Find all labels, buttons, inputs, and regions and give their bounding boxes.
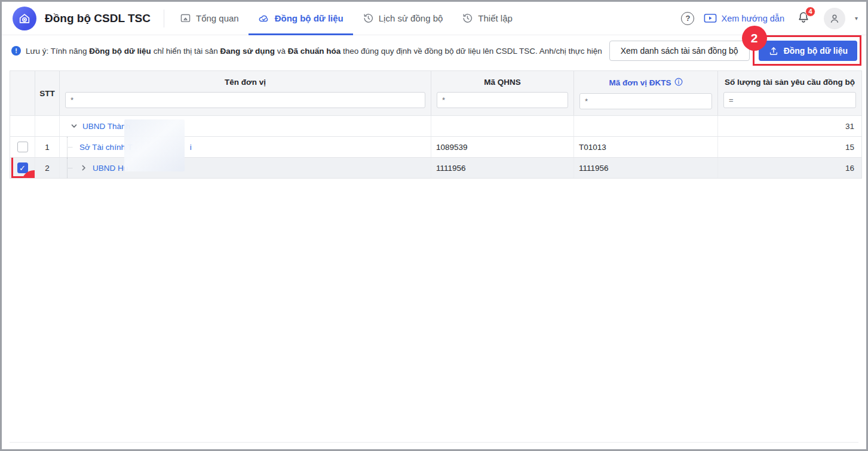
filter-ma-qhns[interactable] <box>437 92 568 108</box>
row-checkbox-cell <box>10 137 35 157</box>
chevron-right-icon[interactable] <box>80 164 87 171</box>
notice-segment: chỉ hiển thị tài sản <box>151 47 220 56</box>
row-name-cell: Sở Tài chính T i <box>60 137 431 157</box>
info-circle-icon[interactable] <box>674 78 683 88</box>
filter-ten-don-vi[interactable] <box>65 92 425 108</box>
header-ten-don-vi: Tên đơn vị <box>60 71 431 115</box>
history-icon <box>363 13 374 24</box>
notifications-button[interactable]: 4 <box>796 10 811 27</box>
tab-thiet-lap[interactable]: Thiết lập <box>452 2 522 35</box>
notice-text: Lưu ý: Tính năng Đồng bộ dữ liệu chỉ hiể… <box>26 47 602 56</box>
column-label-dkts: Mã đơn vị ĐKTS <box>609 78 682 88</box>
notice-segment-bold: Đang sử dụng <box>220 47 275 56</box>
sync-button-label: Đồng bộ dữ liệu <box>784 46 848 56</box>
row-stt: 2 <box>35 158 60 178</box>
row-dkts <box>574 116 718 136</box>
view-sync-assets-button[interactable]: Xem danh sách tài sản đồng bộ <box>609 41 750 61</box>
avatar[interactable] <box>824 8 845 29</box>
table-row[interactable]: 1 Sở Tài chính T i 1089539 T01013 15 <box>10 137 861 158</box>
row-name-cell: UBND Hu <box>60 158 431 178</box>
help-icon[interactable]: ? <box>681 12 694 25</box>
table-row-group[interactable]: UBND Thành 31 <box>10 116 861 137</box>
tab-dong-bo-du-lieu[interactable]: Đồng bộ dữ liệu <box>249 2 353 35</box>
sync-button-wrap: Đồng bộ dữ liệu 2 <box>759 41 857 61</box>
column-label: Tên đơn vị <box>225 78 266 87</box>
row-dkts: T01013 <box>574 137 718 157</box>
tab-label: Lịch sử đồng bộ <box>379 13 443 23</box>
guide-link[interactable]: Xem hướng dẫn <box>704 13 784 24</box>
table-header-row: STT Tên đơn vị Mã QHNS Mã đơn vị ĐKTS <box>10 71 861 116</box>
unit-name-suffix: i <box>190 143 192 152</box>
row-count: 15 <box>718 137 861 157</box>
units-table: STT Tên đơn vị Mã QHNS Mã đơn vị ĐKTS <box>10 70 862 179</box>
column-label: Số lượng tài sản yêu cầu đồng bộ <box>725 78 855 87</box>
notice: ! Lưu ý: Tính năng Đồng bộ dữ liệu chỉ h… <box>11 46 602 56</box>
filter-ma-don-vi-dkts[interactable] <box>579 93 712 109</box>
row-qhns <box>431 116 574 136</box>
info-icon: ! <box>11 46 21 56</box>
row-checkbox-checked[interactable]: ✓ <box>17 162 28 173</box>
notice-segment: theo đúng quy định về đồng bộ dữ liệu lê… <box>341 47 602 56</box>
tab-label: Thiết lập <box>478 13 513 23</box>
row-name-cell: UBND Thành <box>60 116 431 136</box>
header-so-luong: Số lượng tài sản yêu cầu đồng bộ <box>718 71 861 115</box>
notification-badge: 4 <box>805 7 815 17</box>
header-ma-don-vi-dkts: Mã đơn vị ĐKTS <box>574 71 718 115</box>
table-row-selected[interactable]: ✓ 1 2 UBND Hu 1111956 1111956 16 <box>10 158 861 179</box>
chevron-down-icon[interactable] <box>70 122 78 130</box>
tab-tong-quan[interactable]: Tổng quan <box>170 2 249 35</box>
page-title: Đồng bộ CSDL TSC <box>45 12 151 25</box>
tab-lich-su-dong-bo[interactable]: Lịch sử đồng bộ <box>353 2 453 35</box>
row-checkbox-cell: ✓ 1 <box>10 158 35 178</box>
top-bar: Đồng bộ CSDL TSC Tổng quan <box>2 2 866 35</box>
top-bar-right: ? Xem hướng dẫn 4 <box>681 8 858 29</box>
notice-segment-bold: Đồng bộ dữ liệu <box>89 47 151 56</box>
row-dkts: 1111956 <box>574 158 718 178</box>
row-stt <box>35 116 60 136</box>
guide-link-label: Xem hướng dẫn <box>721 14 784 23</box>
unit-name-link[interactable]: UBND Hu <box>93 164 128 173</box>
row-count: 31 <box>718 116 861 136</box>
filter-so-luong[interactable] <box>723 92 856 108</box>
row-checkbox-cell <box>10 116 35 136</box>
header-stt: STT <box>35 71 60 115</box>
bell-icon <box>796 16 811 26</box>
row-stt: 1 <box>35 137 60 157</box>
overview-icon <box>180 13 191 24</box>
notice-segment-bold: Đã chuẩn hóa <box>288 47 341 56</box>
header-ma-qhns: Mã QHNS <box>431 71 574 115</box>
notice-segment: và <box>275 47 288 56</box>
unit-name-link[interactable]: Sở Tài chính T <box>79 143 133 152</box>
row-checkbox[interactable] <box>17 142 28 152</box>
tree-connector <box>67 137 75 157</box>
unit-name-link[interactable]: UBND Thành <box>82 122 130 131</box>
app-logo-icon <box>13 7 36 30</box>
cloud-check-icon <box>258 13 270 24</box>
column-label: Mã đơn vị ĐKTS <box>609 78 671 87</box>
sync-data-button[interactable]: Đồng bộ dữ liệu <box>759 41 857 61</box>
row-count: 16 <box>718 158 861 178</box>
checkbox-annotation-wrap: ✓ 1 <box>17 162 28 173</box>
notice-segment: Lưu ý: Tính năng <box>26 47 89 56</box>
footer-divider <box>10 442 858 443</box>
notice-bar: ! Lưu ý: Tính năng Đồng bộ dữ liệu chỉ h… <box>2 35 866 66</box>
header-checkbox-cell <box>10 71 35 115</box>
chevron-down-icon[interactable]: ▾ <box>855 15 858 22</box>
tab-bar: Tổng quan Đồng bộ dữ liệu <box>170 2 522 35</box>
page: Đồng bộ CSDL TSC Tổng quan <box>2 2 866 449</box>
tab-label: Đồng bộ dữ liệu <box>275 13 343 23</box>
column-label: Mã QHNS <box>484 78 521 87</box>
video-tutorial-icon <box>704 13 717 24</box>
column-label: STT <box>39 89 55 98</box>
tree-connector <box>67 158 75 178</box>
upload-icon <box>768 45 779 56</box>
row-qhns: 1089539 <box>431 137 574 157</box>
row-qhns: 1111956 <box>431 158 574 178</box>
tab-label: Tổng quan <box>196 13 239 23</box>
action-buttons: Xem danh sách tài sản đồng bộ Đồng bộ dữ… <box>609 41 857 61</box>
history-icon <box>462 13 473 24</box>
divider <box>164 10 164 27</box>
